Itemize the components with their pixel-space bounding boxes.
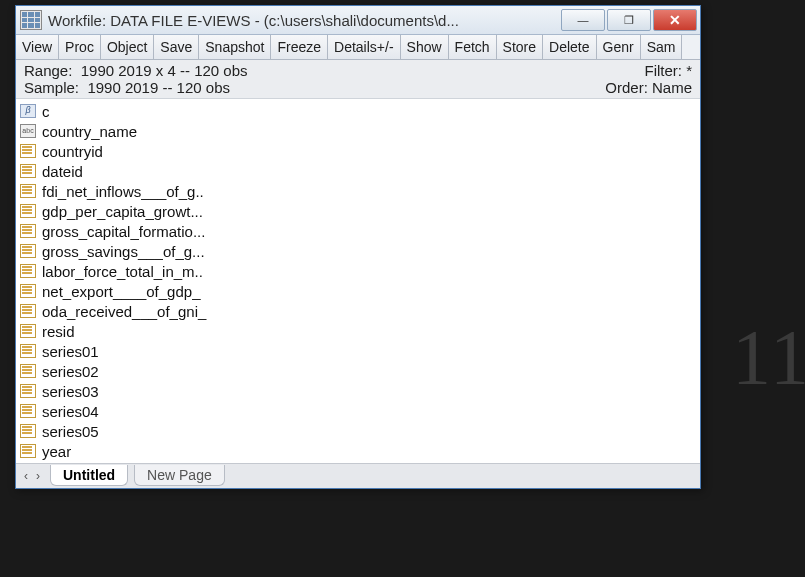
series-icon: [20, 184, 36, 198]
next-page-button[interactable]: ›: [32, 469, 44, 483]
object-name: gdp_per_capita_growt...: [42, 203, 203, 220]
series-icon: [20, 364, 36, 378]
object-name: country_name: [42, 123, 137, 140]
object-row[interactable]: year: [20, 441, 696, 461]
series-icon: [20, 344, 36, 358]
series-icon: [20, 204, 36, 218]
object-name: resid: [42, 323, 75, 340]
series-icon: [20, 164, 36, 178]
alpha-icon: abc: [20, 124, 36, 138]
toolbar-view[interactable]: View: [16, 35, 59, 59]
series-icon: [20, 324, 36, 338]
object-name: net_export____of_gdp_: [42, 283, 200, 300]
object-name: series02: [42, 363, 99, 380]
object-row[interactable]: countryid: [20, 141, 696, 161]
toolbar-show[interactable]: Show: [401, 35, 449, 59]
toolbar-save[interactable]: Save: [154, 35, 199, 59]
toolbar-delete[interactable]: Delete: [543, 35, 596, 59]
object-row[interactable]: series01: [20, 341, 696, 361]
page-tab-bar: ‹ › UntitledNew Page: [16, 463, 700, 488]
app-icon: [20, 10, 42, 30]
sample-text: Sample: 1990 2019 -- 120 obs: [24, 79, 230, 96]
range-text: Range: 1990 2019 x 4 -- 120 obs: [24, 62, 248, 79]
object-row[interactable]: resid: [20, 321, 696, 341]
object-name: gross_savings___of_g...: [42, 243, 205, 260]
series-icon: [20, 384, 36, 398]
object-name: year: [42, 443, 71, 460]
object-name: dateid: [42, 163, 83, 180]
watermark-text: 11: [732, 312, 805, 402]
toolbar-freeze[interactable]: Freeze: [271, 35, 328, 59]
toolbar-object[interactable]: Object: [101, 35, 154, 59]
page-tab[interactable]: New Page: [134, 465, 225, 486]
series-icon: [20, 404, 36, 418]
titlebar[interactable]: Workfile: DATA FILE E-VIEWS - (c:\users\…: [16, 6, 700, 35]
series-icon: [20, 284, 36, 298]
toolbar-details[interactable]: Details+/-: [328, 35, 401, 59]
toolbar-proc[interactable]: Proc: [59, 35, 101, 59]
series-icon: [20, 244, 36, 258]
object-row[interactable]: series03: [20, 381, 696, 401]
series-icon: [20, 424, 36, 438]
object-row[interactable]: series02: [20, 361, 696, 381]
series-icon: [20, 444, 36, 458]
series-icon: [20, 144, 36, 158]
object-row[interactable]: gross_capital_formatio...: [20, 221, 696, 241]
toolbar-store[interactable]: Store: [497, 35, 543, 59]
object-name: oda_received___of_gni_: [42, 303, 206, 320]
object-name: series03: [42, 383, 99, 400]
object-row[interactable]: dateid: [20, 161, 696, 181]
prev-page-button[interactable]: ‹: [20, 469, 32, 483]
series-icon: [20, 304, 36, 318]
toolbar-fetch[interactable]: Fetch: [449, 35, 497, 59]
object-row[interactable]: oda_received___of_gni_: [20, 301, 696, 321]
minimize-button[interactable]: —: [561, 9, 605, 31]
object-row[interactable]: βc: [20, 101, 696, 121]
object-name: labor_force_total_in_m..: [42, 263, 203, 280]
object-row[interactable]: gdp_per_capita_growt...: [20, 201, 696, 221]
object-row[interactable]: abccountry_name: [20, 121, 696, 141]
filter-text: Filter: *: [644, 62, 692, 79]
object-name: series01: [42, 343, 99, 360]
order-text: Order: Name: [605, 79, 692, 96]
maximize-button[interactable]: ❐: [607, 9, 651, 31]
object-list[interactable]: βcabccountry_namecountryiddateidfdi_net_…: [16, 99, 700, 463]
toolbar-sam[interactable]: Sam: [641, 35, 683, 59]
object-name: series04: [42, 403, 99, 420]
page-tab[interactable]: Untitled: [50, 465, 128, 486]
object-name: series05: [42, 423, 99, 440]
object-row[interactable]: fdi_net_inflows___of_g..: [20, 181, 696, 201]
object-name: fdi_net_inflows___of_g..: [42, 183, 204, 200]
workfile-window: Workfile: DATA FILE E-VIEWS - (c:\users\…: [15, 5, 701, 489]
series-icon: [20, 224, 36, 238]
series-icon: [20, 264, 36, 278]
object-row[interactable]: series04: [20, 401, 696, 421]
object-name: c: [42, 103, 50, 120]
toolbar: ViewProcObjectSaveSnapshotFreezeDetails+…: [16, 35, 700, 60]
close-button[interactable]: ✕: [653, 9, 697, 31]
toolbar-snapshot[interactable]: Snapshot: [199, 35, 271, 59]
info-bar: Range: 1990 2019 x 4 -- 120 obs Filter: …: [16, 60, 700, 99]
window-controls: — ❐ ✕: [561, 9, 697, 31]
object-row[interactable]: gross_savings___of_g...: [20, 241, 696, 261]
object-name: countryid: [42, 143, 103, 160]
object-row[interactable]: net_export____of_gdp_: [20, 281, 696, 301]
beta-icon: β: [20, 104, 36, 118]
window-title: Workfile: DATA FILE E-VIEWS - (c:\users\…: [48, 12, 561, 29]
toolbar-genr[interactable]: Genr: [597, 35, 641, 59]
object-row[interactable]: series05: [20, 421, 696, 441]
object-row[interactable]: labor_force_total_in_m..: [20, 261, 696, 281]
object-name: gross_capital_formatio...: [42, 223, 205, 240]
